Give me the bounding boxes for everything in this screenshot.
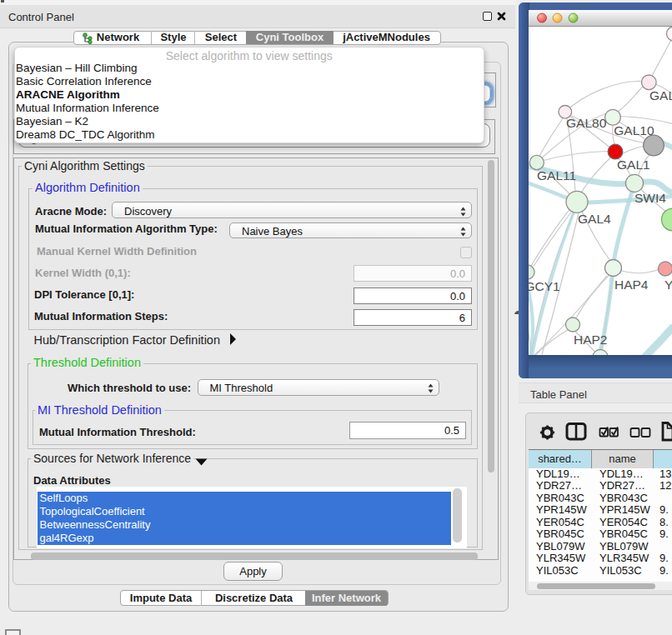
svg-text:GCY1: GCY1 <box>529 279 560 293</box>
svg-text:HAP2: HAP2 <box>574 332 608 346</box>
svg-text:GAL7: GAL7 <box>649 88 672 102</box>
svg-text:GAL4: GAL4 <box>578 211 611 225</box>
svg-text:GAL80: GAL80 <box>566 116 607 130</box>
svg-text:GAL11: GAL11 <box>537 168 576 182</box>
svg-text:HAP4: HAP4 <box>614 277 649 291</box>
svg-text:GAL10: GAL10 <box>614 122 654 137</box>
svg-text:SWI4: SWI4 <box>634 191 666 205</box>
svg-text:GAL1: GAL1 <box>617 158 650 172</box>
svg-text:YEL: YEL <box>664 277 672 291</box>
